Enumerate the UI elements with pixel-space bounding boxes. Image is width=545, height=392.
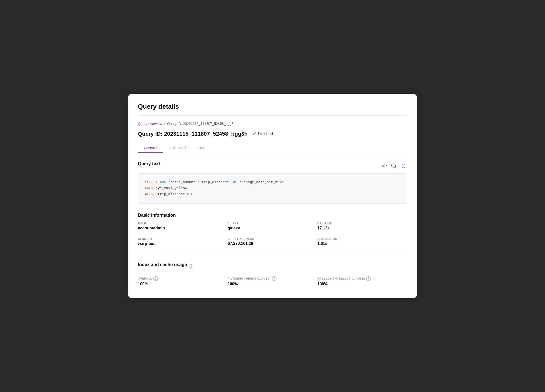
info-cell-cluster: CLUSTER warp-test xyxy=(138,237,228,246)
tab-general[interactable]: General xyxy=(138,143,163,153)
overall-help-icon[interactable]: ? xyxy=(153,276,158,281)
query-id-title: Query ID: 20231115_111807_52458_bgg3h xyxy=(138,131,248,137)
code-function-avg: AVG xyxy=(160,180,166,184)
cache-section-title: Index and cache usage xyxy=(138,262,187,267)
query-text-title: Query text xyxy=(138,161,160,166)
code-keyword-from: FROM xyxy=(145,186,154,190)
check-icon: ✓ xyxy=(253,131,256,137)
copy-icon[interactable] xyxy=(390,162,397,169)
breadcrumb-separator: / xyxy=(164,122,165,126)
info-label-elapsed-time: ELAPSED TIME xyxy=(317,237,407,240)
info-cell-client: CLIENT galaxy xyxy=(228,222,317,230)
info-label-client-address: CLIENT ADDRESS xyxy=(228,237,317,240)
info-cell-role: ROLE accountadmin xyxy=(138,222,228,230)
query-text-actions: </> xyxy=(380,162,407,169)
basic-info-title: Basic information xyxy=(138,213,407,218)
tab-stages[interactable]: Stages xyxy=(192,143,215,153)
tab-advanced[interactable]: Advanced xyxy=(163,143,192,153)
cache-label-filtering: FILTERING (WHERE CLAUSE) xyxy=(228,277,271,280)
code-keyword-select: SELECT xyxy=(145,180,158,184)
expand-icon[interactable] xyxy=(400,162,407,169)
tabs-bar: General Advanced Stages xyxy=(138,143,407,153)
info-value-elapsed-time: 1.61s xyxy=(317,241,407,246)
basic-information-section: Basic information ROLE accountadmin CLIE… xyxy=(138,213,407,246)
basic-info-grid: ROLE accountadmin CLIENT galaxy CPU TIME… xyxy=(138,222,407,246)
cache-cell-projection: PROJECTION (SELECT CLAUSE) ? 100% xyxy=(317,276,407,286)
cache-cell-filtering: FILTERING (WHERE CLAUSE) ? 100% xyxy=(228,276,317,286)
code-number: 0 xyxy=(191,192,193,196)
code-block: SELECT AVG (total_amount / trip_distance… xyxy=(138,173,407,203)
breadcrumb-current: Query ID: 20231115_111807_52458_bgg3h xyxy=(167,122,235,126)
code-keyword-as: AS xyxy=(233,180,237,184)
projection-help-icon[interactable]: ? xyxy=(366,276,371,281)
info-label-client: CLIENT xyxy=(228,222,317,225)
cache-section-header: Index and cache usage ? xyxy=(138,262,407,271)
filtering-help-icon[interactable]: ? xyxy=(272,276,276,281)
info-cell-cpu-time: CPU TIME 17.12s xyxy=(317,222,407,230)
info-value-cpu-time: 17.12s xyxy=(317,226,407,230)
info-value-client: galaxy xyxy=(228,226,317,230)
cache-usage-section: Index and cache usage ? OVERALL ? 100% F… xyxy=(138,262,407,286)
cache-cell-overall: OVERALL ? 100% xyxy=(138,276,228,286)
info-label-role: ROLE xyxy=(138,222,228,225)
info-cell-client-address: CLIENT ADDRESS 67.230.161.26 xyxy=(228,237,317,246)
breadcrumb-link[interactable]: Query overview xyxy=(138,122,162,126)
info-label-cpu-time: CPU TIME xyxy=(317,222,407,225)
query-details-card: Query details Query overview / Query ID:… xyxy=(128,94,417,298)
status-badge: ✓ Finished xyxy=(253,131,273,137)
breadcrumb: Query overview / Query ID: 20231115_1118… xyxy=(138,122,407,126)
info-label-cluster: CLUSTER xyxy=(138,237,228,240)
info-value-cluster: warp-test xyxy=(138,241,228,246)
cache-label-projection: PROJECTION (SELECT CLAUSE) xyxy=(317,277,365,280)
code-keyword-where: WHERE xyxy=(145,192,156,196)
query-id-row: Query ID: 20231115_111807_52458_bgg3h ✓ … xyxy=(138,131,407,137)
info-value-role: accountadmin xyxy=(138,226,228,230)
info-value-client-address: 67.230.161.26 xyxy=(228,241,317,246)
page-title: Query details xyxy=(138,103,407,116)
status-label: Finished xyxy=(258,132,273,136)
section-divider xyxy=(138,255,407,255)
cache-help-icon[interactable]: ? xyxy=(189,264,193,269)
code-view-icon[interactable]: </> xyxy=(380,162,387,169)
cache-value-overall: 100% xyxy=(138,282,228,286)
cache-label-overall: OVERALL xyxy=(138,277,152,280)
info-cell-elapsed-time: ELAPSED TIME 1.61s xyxy=(317,237,407,246)
cache-value-projection: 100% xyxy=(317,282,407,286)
query-text-header: Query text </> xyxy=(138,161,407,170)
query-text-section: Query text </> SELECT xyxy=(138,161,407,203)
cache-grid: OVERALL ? 100% FILTERING (WHERE CLAUSE) … xyxy=(138,276,407,286)
cache-value-filtering: 100% xyxy=(228,282,317,286)
svg-rect-0 xyxy=(393,165,395,168)
